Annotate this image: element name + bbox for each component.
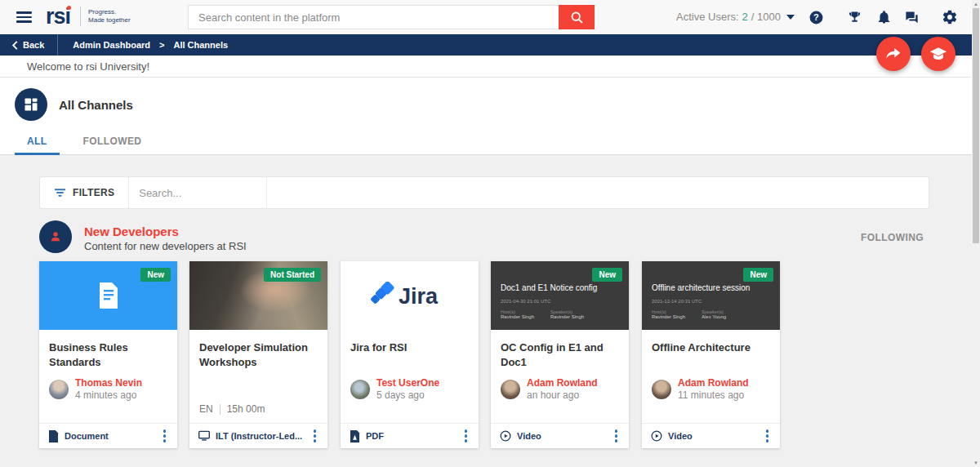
app-window: rsi Progress. Made together Active Users…: [0, 0, 980, 467]
brand-logo[interactable]: rsi Progress. Made together: [46, 3, 131, 29]
scroll-down-arrow[interactable]: ▼: [972, 459, 980, 467]
author-name-link[interactable]: Adam Rowland: [678, 377, 749, 389]
brand-tagline: Progress. Made together: [88, 8, 131, 25]
breadcrumb-bar: Back Admin Dashboard > All Channels: [0, 34, 980, 56]
search-icon: [570, 11, 584, 24]
global-search-button[interactable]: [559, 5, 595, 29]
card-title: Offline Architecture: [652, 340, 770, 355]
avatar: [501, 380, 520, 399]
card-title: Jira for RSI: [350, 340, 469, 355]
author-name-link[interactable]: Adam Rowland: [527, 377, 598, 389]
channel-name-link[interactable]: New Developers: [84, 225, 179, 238]
card-thumbnail: New: [39, 261, 177, 330]
gear-icon[interactable]: [942, 9, 958, 25]
content-type-label: ILT (Instructor-Led...: [216, 431, 302, 441]
kebab-menu-icon[interactable]: [462, 426, 470, 446]
tab-followed[interactable]: FOLLOWED: [71, 127, 154, 154]
logo-divider: [80, 7, 81, 26]
author-name-link[interactable]: Test UserOne: [376, 377, 439, 389]
all-channels-icon: [15, 88, 47, 121]
tab-all[interactable]: ALL: [15, 127, 60, 154]
card-meta: EN 15h 00m: [199, 403, 265, 415]
help-icon[interactable]: ?: [808, 9, 824, 25]
tab-bar: ALL FOLLOWED: [15, 127, 154, 154]
card-thumbnail-video: New Doc1 and E1 Notice config 2021-04-30…: [491, 261, 629, 330]
card-footer: ILT (Instructor-Led...: [189, 423, 327, 448]
logo-text: rsi: [46, 3, 70, 29]
card-body: Jira for RSI Test UserOne 5 days ago: [341, 330, 479, 423]
card-body: Offline Architecture Adam Rowland 11 min…: [642, 330, 780, 423]
card-title: Developer Simulation Workshops: [199, 340, 318, 370]
breadcrumb-item-all-channels[interactable]: All Channels: [170, 40, 231, 50]
global-search-input[interactable]: [188, 5, 559, 29]
graduation-cap-icon: [929, 47, 947, 62]
active-users-dropdown[interactable]: Active Users: 2 / 1000: [676, 11, 795, 23]
timestamp: 11 minutes ago: [678, 389, 749, 402]
video-thumb-title: Offline architecture session: [652, 283, 770, 292]
content-card-offline-architecture[interactable]: New Offline architecture session 2021-12…: [642, 261, 780, 448]
bell-icon[interactable]: [875, 9, 892, 25]
content-card-business-rules[interactable]: New Business Rules Standards Thomas Nevi…: [39, 261, 177, 448]
svg-text:?: ?: [813, 12, 819, 22]
active-users-count: 2: [742, 11, 748, 23]
welcome-banner: Welcome to rsi University!: [0, 56, 980, 78]
card-title: Business Rules Standards: [49, 340, 167, 370]
chat-icon[interactable]: [903, 9, 920, 25]
content-card-jira[interactable]: Jira Jira for RSI Test UserOne 5 days ag…: [341, 261, 479, 448]
kebab-menu-icon[interactable]: [311, 426, 319, 446]
language-label: EN: [199, 403, 213, 415]
content-type-label: Video: [517, 431, 541, 441]
content-type-label: Video: [668, 431, 693, 441]
scrollbar-thumb[interactable]: [973, 8, 979, 243]
filter-search-input[interactable]: [139, 187, 283, 199]
breadcrumb-item-admin-dashboard[interactable]: Admin Dashboard: [69, 40, 154, 50]
card-thumbnail-photo: Not Started: [189, 261, 327, 330]
grid-icon: [23, 96, 39, 113]
divider: [266, 177, 267, 208]
filter-search: [129, 177, 266, 208]
filters-label: FILTERS: [73, 187, 114, 198]
avatar: [652, 380, 671, 399]
share-fab-button[interactable]: [876, 37, 911, 71]
divider: [57, 34, 58, 56]
back-button[interactable]: Back: [0, 34, 57, 56]
university-fab-button[interactable]: [921, 37, 956, 71]
content-card-oc-config[interactable]: New Doc1 and E1 Notice config 2021-04-30…: [491, 261, 629, 448]
filters-button[interactable]: FILTERS: [40, 177, 128, 208]
timestamp: 5 days ago: [376, 389, 439, 402]
status-badge: New: [592, 268, 622, 282]
trophy-icon[interactable]: [846, 9, 862, 25]
duration-label: 15h 00m: [227, 403, 265, 415]
channel-description: Content for new developers at RSI: [84, 240, 247, 252]
active-users-total: / 1000: [751, 11, 781, 23]
content-type-label: PDF: [366, 431, 384, 441]
hamburger-menu-icon[interactable]: [16, 11, 32, 23]
share-arrow-icon: [885, 47, 902, 61]
pdf-icon: [350, 430, 360, 443]
card-thumbnail-jira: Jira: [341, 261, 479, 330]
chevron-down-icon: [786, 15, 795, 20]
card-body: Developer Simulation Workshops EN 15h 00…: [189, 330, 327, 423]
status-badge: New: [140, 268, 171, 282]
avatar: [49, 380, 69, 399]
welcome-text: Welcome to rsi University!: [27, 60, 149, 73]
card-body: Business Rules Standards Thomas Nevin 4 …: [39, 330, 177, 423]
card-footer: Document: [39, 423, 177, 448]
back-label: Back: [23, 40, 44, 50]
kebab-menu-icon[interactable]: [161, 426, 169, 446]
card-author: Test UserOne 5 days ago: [350, 377, 439, 402]
kebab-menu-icon[interactable]: [612, 426, 621, 446]
scroll-up-arrow[interactable]: ▲: [972, 0, 980, 8]
card-body: OC Config in E1 and Doc1 Adam Rowland an…: [491, 330, 629, 423]
author-name-link[interactable]: Thomas Nevin: [75, 377, 142, 389]
kebab-menu-icon[interactable]: [764, 426, 772, 446]
content-type-label: Document: [65, 431, 109, 441]
channel-avatar[interactable]: [39, 220, 72, 253]
video-thumb-meta: Host(s)Ravinder Singh Speaker(s)Ravinder…: [501, 309, 619, 319]
divider: [220, 404, 220, 415]
card-title: OC Config in E1 and Doc1: [501, 340, 619, 370]
host-value: Ravinder Singh: [501, 314, 534, 319]
content-card-dev-simulation[interactable]: Not Started Developer Simulation Worksho…: [189, 261, 327, 448]
speaker-value: Ravinder Singh: [550, 314, 584, 319]
card-author: Adam Rowland an hour ago: [501, 377, 598, 402]
